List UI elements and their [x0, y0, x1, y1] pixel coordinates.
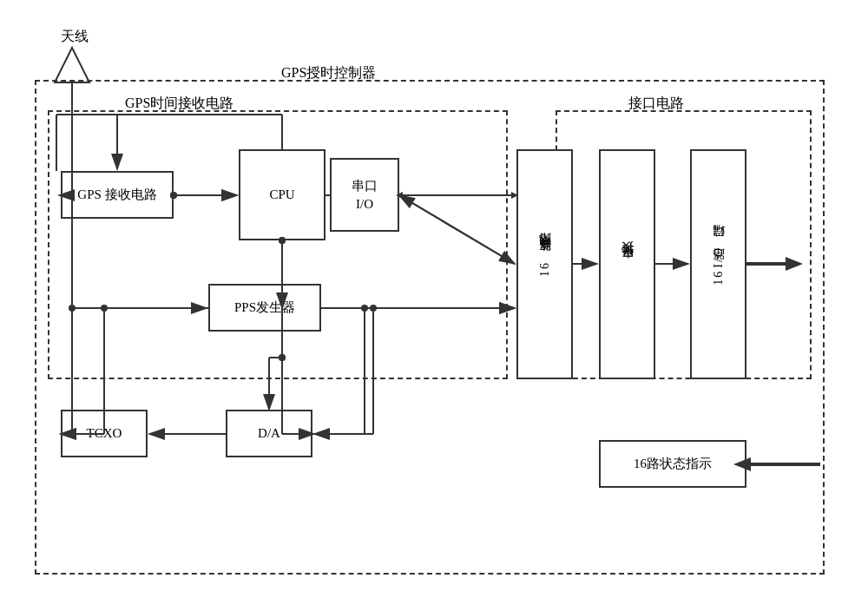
da-label: D/A	[258, 424, 280, 443]
da-box: D/A	[226, 410, 312, 457]
tcxo-box: TCXO	[61, 410, 148, 457]
pps-label: PPS发生器	[234, 299, 295, 317]
diagram-container: 天线 GPS授时控制器 GPS时间接收电路 接口电路 GPS 接收电路 CPU …	[35, 28, 833, 583]
pps-box: PPS发生器	[208, 284, 321, 332]
level-convert-label: 电平转换	[619, 261, 636, 268]
serial-io-label: 串口I/O	[352, 177, 378, 214]
inner-box-interface	[556, 110, 812, 379]
gps-recv-box: GPS 接收电路	[61, 171, 174, 219]
gps-recv-label: GPS 接收电路	[77, 186, 156, 204]
serial-io-box: 串口I/O	[330, 158, 399, 232]
svg-marker-0	[55, 48, 89, 82]
cpu-label: CPU	[269, 186, 294, 204]
drive16-label: 16路驱动电路	[536, 253, 554, 277]
cpu-box: CPU	[239, 149, 326, 240]
level-convert-box: 电平转换	[599, 149, 655, 379]
drive16-box: 16路驱动电路	[516, 149, 573, 379]
io16-port-label: 16路I/O端口	[710, 243, 727, 286]
io16-port-box: 16路I/O端口	[690, 149, 746, 379]
status16-box: 16路状态指示	[599, 440, 746, 488]
status16-label: 16路状态指示	[634, 455, 712, 473]
tcxo-label: TCXO	[87, 424, 122, 443]
